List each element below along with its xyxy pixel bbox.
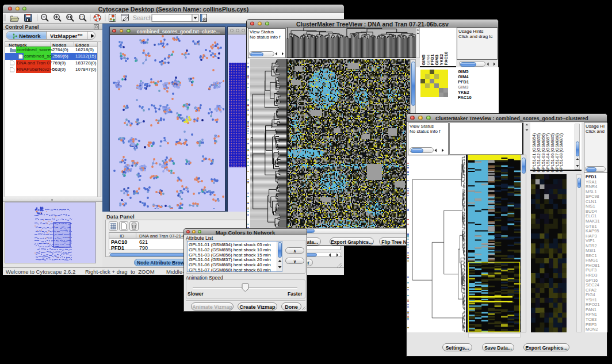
svg-text:Search:: Search: bbox=[133, 14, 154, 21]
svg-text:1:1: 1:1 bbox=[80, 16, 84, 19]
